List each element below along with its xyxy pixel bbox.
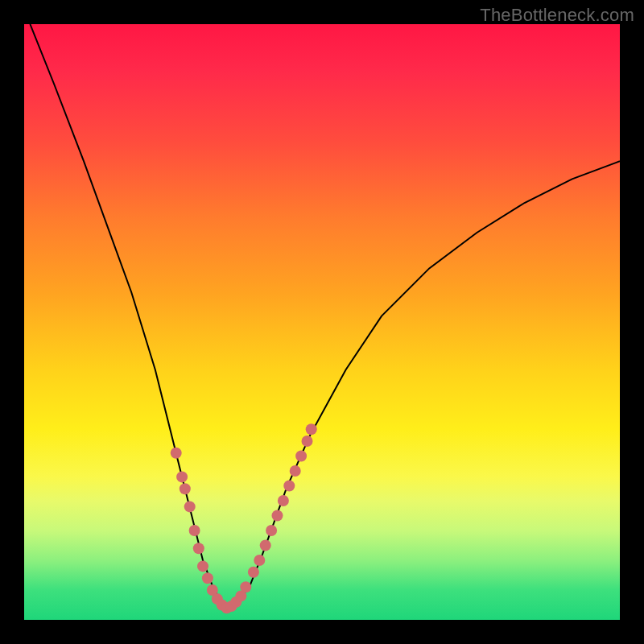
data-dot	[290, 465, 301, 477]
chart-frame: TheBottleneck.com	[0, 0, 644, 644]
plot-area	[24, 24, 620, 620]
data-dot	[202, 572, 213, 584]
watermark-text: TheBottleneck.com	[480, 5, 634, 26]
data-dot	[272, 510, 283, 522]
data-dot	[254, 555, 265, 566]
data-dot	[248, 567, 259, 578]
data-dot	[176, 471, 188, 482]
data-dot	[278, 495, 289, 506]
data-dot	[180, 483, 191, 494]
data-dot	[171, 448, 182, 459]
data-dot	[260, 540, 271, 551]
data-dot	[266, 525, 277, 536]
data-dot	[306, 423, 317, 435]
data-dot	[295, 451, 307, 462]
data-dot	[302, 436, 313, 447]
data-dot	[197, 560, 208, 572]
data-dot	[240, 581, 251, 592]
data-dot	[184, 501, 196, 512]
plot-svg	[24, 24, 620, 620]
data-dot	[189, 525, 200, 536]
data-dot	[193, 543, 204, 554]
bottleneck-curve	[30, 24, 620, 608]
data-dot	[283, 481, 295, 492]
